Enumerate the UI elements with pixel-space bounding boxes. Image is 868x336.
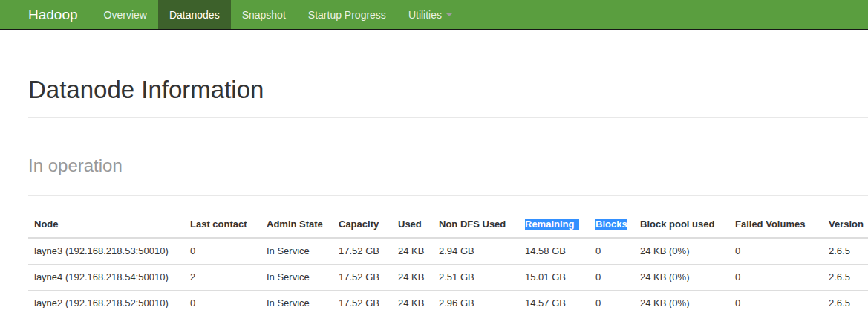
nav-item-label: Utilities [408, 9, 442, 21]
column-header-capacity[interactable]: Capacity [333, 212, 392, 238]
nav-item-snapshot[interactable]: Snapshot [231, 0, 297, 29]
cell-failed-volumes: 0 [729, 238, 823, 265]
brand-logo[interactable]: Hadoop [0, 0, 93, 29]
cell-last-contact: 0 [184, 238, 261, 265]
cell-non-dfs-used: 2.96 GB [433, 291, 519, 317]
cell-version: 2.6.5 [823, 265, 868, 291]
section-title: In operation [28, 155, 868, 176]
column-header-admin-state[interactable]: Admin State [261, 212, 333, 238]
chevron-down-icon [446, 13, 452, 16]
cell-remaining: 14.57 GB [519, 291, 590, 317]
nav-item-datanodes[interactable]: Datanodes [158, 0, 231, 29]
nav-item-label: Overview [104, 9, 147, 21]
table-header-row: Node Last contact Admin State Capacity U… [28, 212, 868, 238]
main-content: Datanode Information In operation Node L… [28, 76, 868, 316]
cell-node: layne4 (192.168.218.54:50010) [28, 265, 184, 291]
section-header-in-operation: In operation [28, 155, 868, 196]
cell-block-pool-used: 24 KB (0%) [634, 265, 729, 291]
column-header-failed-volumes[interactable]: Failed Volumes [729, 212, 823, 238]
cell-admin-state: In Service [261, 238, 333, 265]
cell-last-contact: 0 [184, 291, 261, 317]
nav-item-label: Snapshot [242, 9, 286, 21]
cell-non-dfs-used: 2.94 GB [433, 238, 519, 265]
cell-block-pool-used: 24 KB (0%) [634, 291, 729, 317]
cell-used: 24 KB [392, 238, 433, 265]
page-header: Datanode Information [28, 76, 868, 118]
selected-text-highlight: Remaining [525, 219, 579, 230]
cell-admin-state: In Service [261, 265, 333, 291]
cell-used: 24 KB [392, 291, 433, 317]
cell-capacity: 17.52 GB [333, 238, 392, 265]
datanodes-table: Node Last contact Admin State Capacity U… [28, 212, 868, 316]
cell-version: 2.6.5 [823, 291, 868, 317]
cell-blocks: 0 [590, 265, 634, 291]
column-header-last-contact[interactable]: Last contact [184, 212, 261, 238]
cell-version: 2.6.5 [823, 238, 868, 265]
cell-non-dfs-used: 2.51 GB [433, 265, 519, 291]
column-header-non-dfs-used[interactable]: Non DFS Used [433, 212, 519, 238]
column-header-remaining[interactable]: Remaining [519, 212, 590, 238]
cell-remaining: 14.58 GB [519, 238, 590, 265]
column-header-node[interactable]: Node [28, 212, 184, 238]
nav-item-utilities-dropdown[interactable]: Utilities [397, 0, 463, 29]
column-header-version[interactable]: Version [823, 212, 868, 238]
cell-admin-state: In Service [261, 291, 333, 317]
cell-used: 24 KB [392, 265, 433, 291]
cell-block-pool-used: 24 KB (0%) [634, 238, 729, 265]
table-row: layne4 (192.168.218.54:50010) 2 In Servi… [28, 265, 868, 291]
top-navbar: Hadoop Overview Datanodes Snapshot Start… [0, 0, 868, 30]
selected-text-highlight: Blocks [595, 219, 627, 230]
cell-node: layne2 (192.168.218.52:50010) [28, 291, 184, 317]
cell-node: layne3 (192.168.218.53:50010) [28, 238, 184, 265]
cell-remaining: 15.01 GB [519, 265, 590, 291]
cell-failed-volumes: 0 [729, 265, 823, 291]
cell-capacity: 17.52 GB [333, 291, 392, 317]
cell-blocks: 0 [590, 238, 634, 265]
column-header-blocks[interactable]: Blocks [590, 212, 634, 238]
cell-capacity: 17.52 GB [333, 265, 392, 291]
nav-item-label: Datanodes [169, 9, 220, 21]
nav-item-startup-progress[interactable]: Startup Progress [297, 0, 397, 29]
nav-item-overview[interactable]: Overview [93, 0, 158, 29]
table-row: layne2 (192.168.218.52:50010) 0 In Servi… [28, 291, 868, 317]
cell-last-contact: 2 [184, 265, 261, 291]
table-row: layne3 (192.168.218.53:50010) 0 In Servi… [28, 238, 868, 265]
column-header-used[interactable]: Used [392, 212, 433, 238]
nav-item-label: Startup Progress [308, 9, 386, 21]
page-title: Datanode Information [28, 76, 868, 104]
cell-blocks: 0 [590, 291, 634, 317]
column-header-block-pool-used[interactable]: Block pool used [634, 212, 729, 238]
cell-failed-volumes: 0 [729, 291, 823, 317]
